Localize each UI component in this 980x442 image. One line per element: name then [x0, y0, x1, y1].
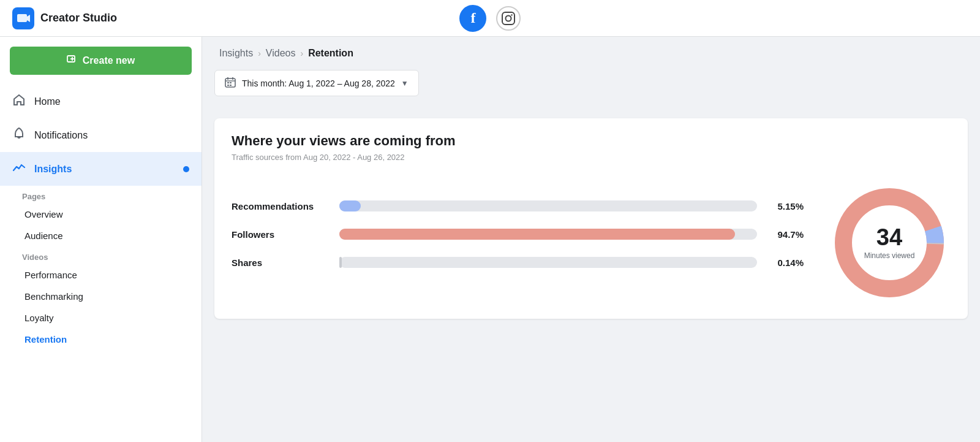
donut-center: 34 Minutes viewed: [864, 226, 915, 260]
sidebar-item-notifications[interactable]: Notifications: [0, 118, 202, 152]
app-title: Creator Studio: [40, 12, 117, 25]
sidebar-item-loyalty[interactable]: Loyalty: [0, 307, 202, 329]
breadcrumb-sep-2: ›: [300, 48, 303, 58]
bar-row-shares: Shares 0.14%: [232, 257, 804, 268]
platform-icons: f: [459, 5, 521, 32]
instagram-icon[interactable]: [496, 6, 521, 31]
bar-track-recommendations: [339, 200, 757, 211]
main-layout: Create new Home Notifications: [0, 37, 980, 442]
bar-track-shares: [339, 257, 757, 268]
bar-pct-recommendations: 5.15%: [767, 201, 804, 211]
date-picker-wrapper: This month: Aug 1, 2022 – Aug 28, 2022 ▼: [202, 70, 980, 118]
dropdown-arrow-icon: ▼: [401, 79, 409, 88]
pages-section-label: Pages: [0, 186, 202, 204]
date-range-label: This month: Aug 1, 2022 – Aug 28, 2022: [242, 78, 395, 88]
chart-and-donut: Recommendations 5.15% Followers 94.7%: [232, 181, 951, 304]
bell-icon: [12, 127, 26, 143]
donut-label: Minutes viewed: [864, 251, 915, 260]
svg-rect-0: [17, 14, 27, 22]
sidebar-item-retention[interactable]: Retention: [0, 329, 202, 350]
svg-point-3: [506, 15, 511, 21]
app-logo: [12, 7, 34, 29]
svg-rect-14: [227, 85, 229, 86]
bar-fill-shares: [339, 257, 342, 268]
calendar-icon: [225, 77, 236, 90]
chart-title: Where your views are coming from: [232, 133, 951, 149]
bar-pct-followers: 94.7%: [767, 229, 804, 240]
bar-pct-shares: 0.14%: [767, 257, 804, 268]
chart-subtitle: Traffic sources from Aug 20, 2022 - Aug …: [232, 153, 951, 162]
bars-section: Recommendations 5.15% Followers 94.7%: [232, 200, 804, 285]
bar-track-followers: [339, 229, 757, 240]
donut-number: 34: [864, 226, 915, 249]
sidebar-item-performance[interactable]: Performance: [0, 264, 202, 286]
svg-rect-15: [230, 85, 232, 86]
sidebar: Create new Home Notifications: [0, 37, 202, 442]
breadcrumb: Insights › Videos › Retention: [202, 37, 980, 70]
donut-chart: 34 Minutes viewed: [828, 181, 951, 304]
brand: Creator Studio: [12, 7, 117, 29]
bar-label-recommendations: Recommendations: [232, 201, 330, 211]
sidebar-item-home[interactable]: Home: [0, 85, 202, 118]
app-header: Creator Studio f: [0, 0, 980, 37]
bar-row-followers: Followers 94.7%: [232, 229, 804, 240]
svg-marker-1: [27, 15, 30, 22]
create-new-button[interactable]: Create new: [10, 47, 192, 75]
breadcrumb-current: Retention: [308, 48, 353, 59]
sidebar-item-overview[interactable]: Overview: [0, 204, 202, 225]
main-content: Insights › Videos › Retention: [202, 37, 980, 442]
sidebar-item-benchmarking[interactable]: Benchmarking: [0, 286, 202, 307]
home-icon: [12, 93, 26, 110]
home-label: Home: [34, 96, 61, 107]
create-new-label: Create new: [83, 55, 135, 66]
breadcrumb-insights[interactable]: Insights: [219, 48, 253, 59]
insights-label: Insights: [34, 164, 72, 175]
create-icon: [67, 54, 78, 67]
insights-dot: [183, 166, 189, 172]
svg-point-4: [511, 14, 512, 15]
date-picker-button[interactable]: This month: Aug 1, 2022 – Aug 28, 2022 ▼: [214, 70, 419, 96]
bar-label-followers: Followers: [232, 229, 330, 240]
bar-label-shares: Shares: [232, 257, 330, 268]
insights-icon: [12, 161, 26, 177]
sidebar-item-insights[interactable]: Insights: [0, 152, 202, 186]
chart-card: Where your views are coming from Traffic…: [214, 118, 968, 319]
svg-rect-2: [502, 12, 514, 25]
svg-rect-12: [227, 82, 229, 83]
sidebar-item-audience[interactable]: Audience: [0, 225, 202, 246]
facebook-icon[interactable]: f: [459, 5, 486, 32]
bar-row-recommendations: Recommendations 5.15%: [232, 200, 804, 211]
breadcrumb-sep-1: ›: [258, 48, 261, 58]
svg-rect-13: [230, 82, 232, 83]
bar-fill-followers: [339, 229, 735, 240]
breadcrumb-videos[interactable]: Videos: [266, 48, 296, 59]
notifications-label: Notifications: [34, 130, 88, 141]
bar-fill-recommendations: [339, 200, 361, 211]
videos-section-label: Videos: [0, 246, 202, 264]
